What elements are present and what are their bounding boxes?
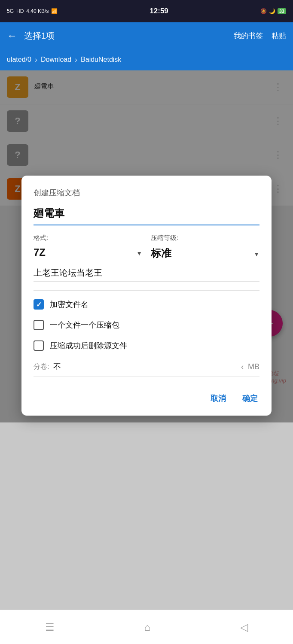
status-left: 5G HD 4.40 KB/s 📶 — [7, 8, 58, 14]
split-input[interactable] — [53, 361, 237, 372]
level-group: 压缩等级: 标准 ▼ — [151, 234, 259, 262]
sim-icons: 📶 — [51, 8, 58, 14]
format-row: 格式: 7Z ▼ 压缩等级: 标准 ▼ — [34, 234, 259, 262]
create-archive-dialog: 创建压缩文档 廻電車 格式: 7Z ▼ 压缩等级: 标准 ▼ 上老王论坛当老王 — [21, 176, 272, 416]
level-label: 压缩等级: — [151, 234, 259, 242]
moon-icon: 🌙 — [269, 8, 275, 14]
speed-text: 4.40 KB/s — [26, 8, 49, 14]
format-value: 7Z — [34, 246, 46, 258]
bottom-nav-menu[interactable]: ☰ — [45, 621, 55, 633]
split-label: 分卷: — [34, 362, 49, 371]
back-button[interactable]: ← — [7, 30, 17, 42]
dialog-actions: 取消 确定 — [34, 390, 259, 407]
paste-button[interactable]: 粘贴 — [272, 31, 286, 41]
checkbox-delete-source[interactable] — [34, 340, 44, 351]
breadcrumb: ulated/0 › Download › BaiduNetdisk — [0, 49, 293, 70]
status-right: 🔕 🌙 33 — [260, 8, 286, 14]
checkbox-encrypt-filename[interactable]: ✓ — [34, 299, 44, 310]
back-nav-icon: ◁ — [240, 621, 248, 633]
divider — [34, 290, 259, 291]
checkbox-one-file[interactable] — [34, 320, 44, 330]
file-list: Z 廻電車 ⋮ ? ⋮ ? ⋮ Z ⋮ 创建压缩文档 廻電車 格式: — [0, 70, 293, 422]
menu-icon: ☰ — [45, 621, 55, 633]
clock: 12:59 — [150, 7, 168, 15]
nav-bar: ← 选择1项 我的书签 粘贴 — [0, 22, 293, 49]
level-value: 标准 — [151, 246, 171, 260]
hd-badge: HD — [16, 8, 24, 14]
checkbox-encrypt-filename-row[interactable]: ✓ 加密文件名 — [34, 299, 259, 310]
battery-badge: 33 — [278, 8, 286, 14]
split-unit: MB — [248, 362, 259, 371]
level-select[interactable]: 标准 ▼ — [151, 245, 259, 262]
signal-icon: 5G — [7, 8, 14, 14]
bottom-nav: ☰ ⌂ ◁ — [0, 610, 293, 644]
breadcrumb-part2[interactable]: Download — [41, 56, 71, 64]
dialog-title: 创建压缩文档 — [34, 188, 259, 198]
bottom-nav-back[interactable]: ◁ — [240, 621, 248, 633]
bottom-nav-home[interactable]: ⌂ — [144, 621, 151, 633]
bookmark-button[interactable]: 我的书签 — [234, 31, 263, 41]
format-group: 格式: 7Z ▼ — [34, 234, 142, 262]
mute-icon: 🔕 — [260, 8, 267, 14]
cancel-button[interactable]: 取消 — [209, 390, 228, 407]
nav-actions: 我的书签 粘贴 — [234, 31, 286, 41]
format-select[interactable]: 7Z ▼ — [34, 245, 142, 260]
password-input[interactable]: 上老王论坛当老王 — [34, 264, 259, 282]
confirm-button[interactable]: 确定 — [241, 390, 259, 407]
split-left-arrow-icon[interactable]: ‹ — [241, 362, 244, 371]
checkbox-delete-source-row[interactable]: 压缩成功后删除源文件 — [34, 340, 259, 351]
breadcrumb-sep1: › — [35, 55, 37, 64]
breadcrumb-sep2: › — [75, 55, 77, 64]
format-label: 格式: — [34, 234, 142, 242]
breadcrumb-part3[interactable]: BaiduNetdisk — [81, 56, 121, 64]
checkmark-icon: ✓ — [36, 301, 42, 309]
checkbox-one-file-row[interactable]: 一个文件一个压缩包 — [34, 320, 259, 330]
status-bar: 5G HD 4.40 KB/s 📶 12:59 🔕 🌙 33 — [0, 0, 293, 22]
level-dropdown-icon: ▼ — [253, 251, 259, 258]
split-row: 分卷: ‹ MB — [34, 361, 259, 377]
breadcrumb-part1[interactable]: ulated/0 — [7, 56, 31, 64]
checkbox-delete-source-label: 压缩成功后删除源文件 — [50, 340, 127, 351]
format-dropdown-icon: ▼ — [136, 250, 142, 257]
checkbox-one-file-label: 一个文件一个压缩包 — [50, 320, 119, 330]
home-icon: ⌂ — [144, 621, 151, 633]
checkbox-encrypt-filename-label: 加密文件名 — [50, 299, 89, 310]
archive-filename-input[interactable]: 廻電車 — [34, 207, 259, 225]
page-title: 选择1项 — [24, 30, 234, 42]
